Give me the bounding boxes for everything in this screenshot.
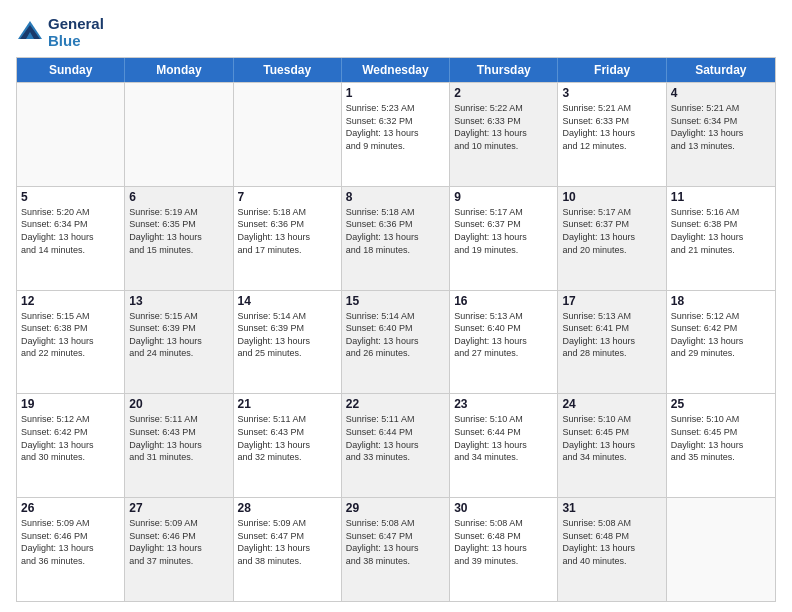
day-info: Sunrise: 5:08 AMSunset: 6:48 PMDaylight:…: [562, 517, 661, 567]
logo-text: General Blue: [48, 16, 104, 49]
calendar-cell: 23Sunrise: 5:10 AMSunset: 6:44 PMDayligh…: [450, 394, 558, 497]
day-info: Sunrise: 5:23 AMSunset: 6:32 PMDaylight:…: [346, 102, 445, 152]
day-info: Sunrise: 5:14 AMSunset: 6:40 PMDaylight:…: [346, 310, 445, 360]
day-number: 1: [346, 86, 445, 100]
day-info: Sunrise: 5:18 AMSunset: 6:36 PMDaylight:…: [346, 206, 445, 256]
calendar-cell: [667, 498, 775, 601]
calendar-row: 19Sunrise: 5:12 AMSunset: 6:42 PMDayligh…: [17, 393, 775, 497]
day-info: Sunrise: 5:17 AMSunset: 6:37 PMDaylight:…: [454, 206, 553, 256]
calendar-cell: 21Sunrise: 5:11 AMSunset: 6:43 PMDayligh…: [234, 394, 342, 497]
day-info: Sunrise: 5:17 AMSunset: 6:37 PMDaylight:…: [562, 206, 661, 256]
calendar-cell: 3Sunrise: 5:21 AMSunset: 6:33 PMDaylight…: [558, 83, 666, 186]
calendar-cell: 25Sunrise: 5:10 AMSunset: 6:45 PMDayligh…: [667, 394, 775, 497]
day-number: 20: [129, 397, 228, 411]
calendar-cell: 4Sunrise: 5:21 AMSunset: 6:34 PMDaylight…: [667, 83, 775, 186]
day-number: 16: [454, 294, 553, 308]
calendar-header: SundayMondayTuesdayWednesdayThursdayFrid…: [17, 58, 775, 82]
day-number: 7: [238, 190, 337, 204]
day-number: 31: [562, 501, 661, 515]
calendar: SundayMondayTuesdayWednesdayThursdayFrid…: [16, 57, 776, 602]
day-number: 9: [454, 190, 553, 204]
calendar-cell: 12Sunrise: 5:15 AMSunset: 6:38 PMDayligh…: [17, 291, 125, 394]
logo-icon: [16, 19, 44, 47]
weekday-header: Thursday: [450, 58, 558, 82]
day-info: Sunrise: 5:09 AMSunset: 6:46 PMDaylight:…: [21, 517, 120, 567]
weekday-header: Friday: [558, 58, 666, 82]
day-number: 11: [671, 190, 771, 204]
header: General Blue: [16, 16, 776, 49]
calendar-cell: 5Sunrise: 5:20 AMSunset: 6:34 PMDaylight…: [17, 187, 125, 290]
logo: General Blue: [16, 16, 104, 49]
weekday-header: Monday: [125, 58, 233, 82]
weekday-header: Saturday: [667, 58, 775, 82]
day-number: 22: [346, 397, 445, 411]
day-info: Sunrise: 5:21 AMSunset: 6:34 PMDaylight:…: [671, 102, 771, 152]
calendar-cell: [234, 83, 342, 186]
calendar-cell: 22Sunrise: 5:11 AMSunset: 6:44 PMDayligh…: [342, 394, 450, 497]
calendar-cell: 31Sunrise: 5:08 AMSunset: 6:48 PMDayligh…: [558, 498, 666, 601]
day-number: 2: [454, 86, 553, 100]
day-info: Sunrise: 5:22 AMSunset: 6:33 PMDaylight:…: [454, 102, 553, 152]
day-info: Sunrise: 5:08 AMSunset: 6:47 PMDaylight:…: [346, 517, 445, 567]
day-number: 27: [129, 501, 228, 515]
calendar-cell: 1Sunrise: 5:23 AMSunset: 6:32 PMDaylight…: [342, 83, 450, 186]
day-info: Sunrise: 5:11 AMSunset: 6:43 PMDaylight:…: [129, 413, 228, 463]
day-info: Sunrise: 5:16 AMSunset: 6:38 PMDaylight:…: [671, 206, 771, 256]
day-number: 18: [671, 294, 771, 308]
calendar-row: 1Sunrise: 5:23 AMSunset: 6:32 PMDaylight…: [17, 82, 775, 186]
weekday-header: Wednesday: [342, 58, 450, 82]
calendar-body: 1Sunrise: 5:23 AMSunset: 6:32 PMDaylight…: [17, 82, 775, 601]
day-number: 19: [21, 397, 120, 411]
day-number: 13: [129, 294, 228, 308]
calendar-cell: 11Sunrise: 5:16 AMSunset: 6:38 PMDayligh…: [667, 187, 775, 290]
calendar-cell: 2Sunrise: 5:22 AMSunset: 6:33 PMDaylight…: [450, 83, 558, 186]
day-info: Sunrise: 5:14 AMSunset: 6:39 PMDaylight:…: [238, 310, 337, 360]
calendar-cell: 24Sunrise: 5:10 AMSunset: 6:45 PMDayligh…: [558, 394, 666, 497]
day-number: 21: [238, 397, 337, 411]
calendar-cell: 14Sunrise: 5:14 AMSunset: 6:39 PMDayligh…: [234, 291, 342, 394]
day-info: Sunrise: 5:10 AMSunset: 6:45 PMDaylight:…: [562, 413, 661, 463]
calendar-cell: 18Sunrise: 5:12 AMSunset: 6:42 PMDayligh…: [667, 291, 775, 394]
day-number: 28: [238, 501, 337, 515]
day-info: Sunrise: 5:10 AMSunset: 6:45 PMDaylight:…: [671, 413, 771, 463]
day-info: Sunrise: 5:13 AMSunset: 6:41 PMDaylight:…: [562, 310, 661, 360]
day-number: 10: [562, 190, 661, 204]
day-info: Sunrise: 5:12 AMSunset: 6:42 PMDaylight:…: [671, 310, 771, 360]
day-number: 4: [671, 86, 771, 100]
weekday-header: Tuesday: [234, 58, 342, 82]
calendar-cell: [125, 83, 233, 186]
calendar-cell: 17Sunrise: 5:13 AMSunset: 6:41 PMDayligh…: [558, 291, 666, 394]
day-number: 3: [562, 86, 661, 100]
calendar-cell: 16Sunrise: 5:13 AMSunset: 6:40 PMDayligh…: [450, 291, 558, 394]
day-info: Sunrise: 5:09 AMSunset: 6:46 PMDaylight:…: [129, 517, 228, 567]
calendar-cell: 15Sunrise: 5:14 AMSunset: 6:40 PMDayligh…: [342, 291, 450, 394]
day-info: Sunrise: 5:12 AMSunset: 6:42 PMDaylight:…: [21, 413, 120, 463]
calendar-cell: 26Sunrise: 5:09 AMSunset: 6:46 PMDayligh…: [17, 498, 125, 601]
day-number: 29: [346, 501, 445, 515]
day-number: 23: [454, 397, 553, 411]
day-number: 6: [129, 190, 228, 204]
day-info: Sunrise: 5:09 AMSunset: 6:47 PMDaylight:…: [238, 517, 337, 567]
day-info: Sunrise: 5:15 AMSunset: 6:38 PMDaylight:…: [21, 310, 120, 360]
calendar-cell: 9Sunrise: 5:17 AMSunset: 6:37 PMDaylight…: [450, 187, 558, 290]
day-number: 15: [346, 294, 445, 308]
day-info: Sunrise: 5:19 AMSunset: 6:35 PMDaylight:…: [129, 206, 228, 256]
calendar-cell: 27Sunrise: 5:09 AMSunset: 6:46 PMDayligh…: [125, 498, 233, 601]
page: General Blue SundayMondayTuesdayWednesda…: [0, 0, 792, 612]
day-info: Sunrise: 5:20 AMSunset: 6:34 PMDaylight:…: [21, 206, 120, 256]
calendar-cell: 20Sunrise: 5:11 AMSunset: 6:43 PMDayligh…: [125, 394, 233, 497]
calendar-cell: 30Sunrise: 5:08 AMSunset: 6:48 PMDayligh…: [450, 498, 558, 601]
day-info: Sunrise: 5:11 AMSunset: 6:43 PMDaylight:…: [238, 413, 337, 463]
calendar-cell: 19Sunrise: 5:12 AMSunset: 6:42 PMDayligh…: [17, 394, 125, 497]
day-number: 5: [21, 190, 120, 204]
day-info: Sunrise: 5:10 AMSunset: 6:44 PMDaylight:…: [454, 413, 553, 463]
calendar-cell: 6Sunrise: 5:19 AMSunset: 6:35 PMDaylight…: [125, 187, 233, 290]
day-info: Sunrise: 5:21 AMSunset: 6:33 PMDaylight:…: [562, 102, 661, 152]
day-info: Sunrise: 5:15 AMSunset: 6:39 PMDaylight:…: [129, 310, 228, 360]
calendar-cell: [17, 83, 125, 186]
day-info: Sunrise: 5:13 AMSunset: 6:40 PMDaylight:…: [454, 310, 553, 360]
day-info: Sunrise: 5:18 AMSunset: 6:36 PMDaylight:…: [238, 206, 337, 256]
calendar-cell: 29Sunrise: 5:08 AMSunset: 6:47 PMDayligh…: [342, 498, 450, 601]
day-number: 17: [562, 294, 661, 308]
calendar-cell: 28Sunrise: 5:09 AMSunset: 6:47 PMDayligh…: [234, 498, 342, 601]
